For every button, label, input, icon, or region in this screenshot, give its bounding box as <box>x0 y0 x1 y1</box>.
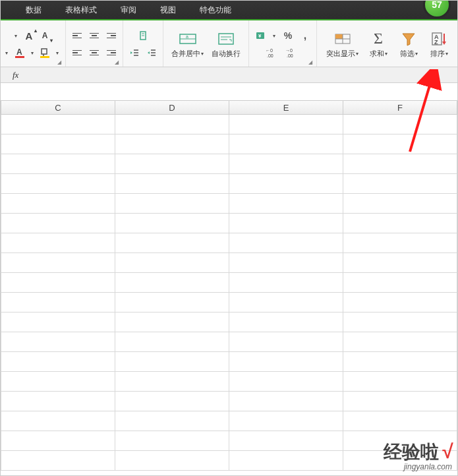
cell[interactable] <box>229 392 343 411</box>
cell[interactable] <box>115 194 229 213</box>
cell[interactable] <box>229 352 343 371</box>
filter-button[interactable]: 筛选▾ <box>394 28 423 61</box>
cell[interactable] <box>115 154 229 173</box>
cell[interactable] <box>343 174 457 193</box>
cell[interactable] <box>1 293 115 312</box>
cell[interactable] <box>1 253 115 272</box>
fill-color-dropdown[interactable]: ▾ <box>53 45 61 60</box>
cell[interactable] <box>229 134 343 154</box>
currency-button[interactable]: ¥ <box>253 28 268 43</box>
cell[interactable] <box>343 194 457 213</box>
cell[interactable] <box>115 372 229 391</box>
cell[interactable] <box>115 411 229 431</box>
cell[interactable] <box>343 134 457 154</box>
cell[interactable] <box>1 233 115 253</box>
cell[interactable] <box>1 134 115 154</box>
cell[interactable] <box>1 392 115 411</box>
cell[interactable] <box>1 214 115 233</box>
cell[interactable] <box>1 411 115 431</box>
cell[interactable] <box>1 154 115 173</box>
cell[interactable] <box>229 431 343 450</box>
cell[interactable] <box>229 451 343 470</box>
cell[interactable] <box>229 293 343 312</box>
menu-data[interactable]: 数据 <box>14 1 53 20</box>
sum-button[interactable]: Σ 求和▾ <box>364 28 393 61</box>
align-right-button[interactable] <box>104 45 119 60</box>
cell[interactable] <box>343 293 457 312</box>
cell[interactable] <box>343 233 457 253</box>
cell[interactable] <box>229 214 343 233</box>
cell[interactable] <box>343 312 457 332</box>
cell[interactable] <box>1 431 115 450</box>
font-color-dropdown[interactable]: ▾ <box>28 45 36 60</box>
percent-button[interactable]: % <box>281 28 295 43</box>
align-middle-button[interactable] <box>87 28 101 43</box>
sort-button[interactable]: AZ 排序▾ <box>424 28 453 61</box>
menu-table-style[interactable]: 表格样式 <box>53 1 109 20</box>
cell[interactable] <box>115 352 229 371</box>
decrease-indent-button[interactable] <box>127 45 142 60</box>
align-left-button[interactable] <box>70 45 84 60</box>
col-header-e[interactable]: E <box>229 101 343 114</box>
cell[interactable] <box>229 411 343 431</box>
formula-bar[interactable]: fx <box>1 67 457 83</box>
cell[interactable] <box>343 154 457 173</box>
cell[interactable] <box>1 332 115 351</box>
align-bottom-button[interactable] <box>104 28 119 43</box>
increase-indent-button[interactable] <box>144 45 159 60</box>
cell[interactable] <box>229 332 343 351</box>
cell[interactable] <box>229 154 343 173</box>
cell[interactable] <box>115 431 229 450</box>
cell[interactable] <box>229 372 343 391</box>
cell[interactable] <box>343 392 457 411</box>
cell[interactable] <box>1 372 115 391</box>
cell[interactable] <box>229 115 343 134</box>
cell[interactable] <box>343 411 457 431</box>
align-dialog-launcher[interactable]: ◢ <box>115 59 121 66</box>
highlight-button[interactable]: 突出显示▾ <box>322 28 362 61</box>
cell[interactable] <box>343 214 457 233</box>
menu-view[interactable]: 视图 <box>148 1 188 20</box>
cell[interactable] <box>343 431 457 450</box>
increase-decimal-button[interactable]: ←0.00 <box>264 45 281 60</box>
cell[interactable] <box>229 312 343 332</box>
col-header-c[interactable]: C <box>1 101 115 114</box>
cell[interactable] <box>1 273 115 292</box>
cell[interactable] <box>115 312 229 332</box>
cell[interactable] <box>229 253 343 272</box>
cell[interactable] <box>229 273 343 292</box>
col-header-d[interactable]: D <box>115 101 229 114</box>
cell[interactable] <box>115 332 229 351</box>
cell[interactable] <box>115 293 229 312</box>
cell[interactable] <box>115 115 229 134</box>
cell[interactable] <box>343 253 457 272</box>
cell[interactable] <box>1 174 115 193</box>
fill-color-button[interactable] <box>38 45 52 60</box>
currency-dropdown[interactable]: ▾ <box>270 28 278 43</box>
cell[interactable] <box>1 194 115 213</box>
cell[interactable] <box>229 233 343 253</box>
cell[interactable] <box>343 332 457 351</box>
cell[interactable] <box>1 451 115 470</box>
cell[interactable] <box>115 392 229 411</box>
cell[interactable] <box>115 134 229 154</box>
font-dropdown-edge[interactable]: ▾ <box>11 28 20 43</box>
cell[interactable] <box>229 174 343 193</box>
decrease-decimal-button[interactable]: →0.00 <box>284 45 301 60</box>
decrease-font-button[interactable]: A▾ <box>38 28 52 43</box>
cell[interactable] <box>1 115 115 134</box>
cell[interactable] <box>343 115 457 134</box>
cell[interactable] <box>1 312 115 332</box>
cell[interactable] <box>115 253 229 272</box>
cell[interactable] <box>229 194 343 213</box>
font-color-dropdown-edge[interactable]: ▾ <box>2 45 11 60</box>
cell[interactable] <box>115 273 229 292</box>
align-top-button[interactable] <box>70 28 84 43</box>
increase-font-button[interactable]: A▴ <box>22 28 36 43</box>
align-center-button[interactable] <box>87 45 101 60</box>
cell[interactable] <box>343 352 457 371</box>
comma-button[interactable]: , <box>298 28 312 43</box>
cell[interactable] <box>115 451 229 470</box>
orientation-button[interactable] <box>136 28 150 43</box>
cell[interactable] <box>115 174 229 193</box>
